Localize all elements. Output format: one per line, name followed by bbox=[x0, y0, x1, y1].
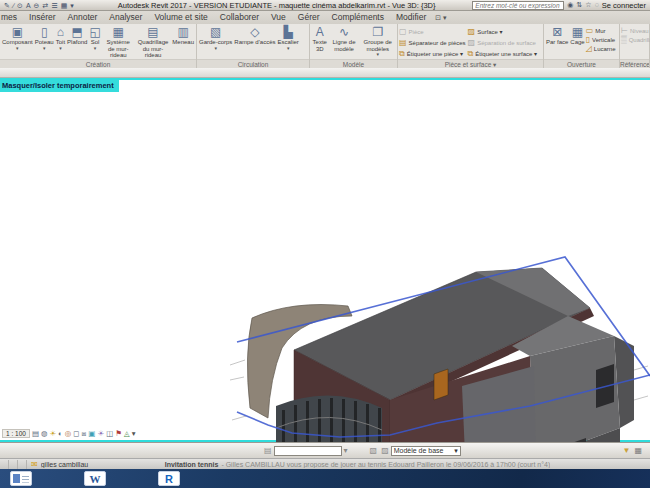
outlook-icon-pane bbox=[13, 474, 20, 483]
ribbon-button-pi-ce[interactable]: ▢Pièce bbox=[399, 26, 466, 37]
tab-analyser[interactable]: Analyser bbox=[103, 11, 148, 24]
text-icon[interactable]: A bbox=[26, 1, 31, 10]
modify-pencil-icon[interactable]: ✎ bbox=[4, 1, 10, 10]
tab-mes[interactable]: mes bbox=[0, 11, 23, 24]
search-icons: ◉⇅☆◌ bbox=[567, 1, 598, 9]
tab-modifier[interactable]: Modifier bbox=[390, 11, 432, 24]
outlook-icon-lines bbox=[22, 476, 29, 477]
ribbon-button-poteau[interactable]: ▯Poteau▾ bbox=[34, 25, 55, 59]
ribbon-button-verticale[interactable]: ▯Verticale bbox=[586, 36, 616, 44]
ribbon-button-garde-corps[interactable]: ▧Garde-corps▾ bbox=[198, 25, 233, 59]
taskbar: W R bbox=[0, 469, 650, 488]
crop-region-icon[interactable]: ⧈ bbox=[82, 429, 87, 438]
ribbon-button-plafond[interactable]: ⬒Plafond bbox=[66, 25, 88, 59]
status-bar: ▤ ▾ ▧ ▨ Modèle de base ▾ ▼▦ bbox=[0, 442, 650, 458]
sun-path-icon[interactable]: ☀ bbox=[50, 429, 57, 438]
ribbon-button-rampe-d-acc-s[interactable]: ◇Rampe d'accès bbox=[233, 25, 276, 59]
workset-dropdown-icon[interactable]: ▾ bbox=[344, 446, 348, 455]
sign-in-button[interactable]: Se connecter bbox=[602, 1, 646, 10]
ribbon-button-meneau[interactable]: ▥Meneau bbox=[171, 25, 195, 59]
dimension-icon[interactable]: ⊖ bbox=[34, 1, 40, 10]
ribbon-button-surface[interactable]: ▨Surface ▾ bbox=[468, 26, 537, 37]
account-icon[interactable]: ◌ bbox=[595, 1, 599, 9]
filter-icon[interactable]: ▼ bbox=[623, 446, 631, 455]
ribbon-button-cage[interactable]: ▦Cage bbox=[569, 25, 585, 59]
orange-window bbox=[434, 369, 448, 400]
qat-dropdown-icon[interactable]: ▾ bbox=[70, 1, 74, 10]
favorites-star-icon[interactable]: ☆ bbox=[585, 1, 591, 9]
ribbon-button-toit[interactable]: ⌂Toit▾ bbox=[55, 25, 66, 59]
drawing-area[interactable]: Masquer/Isoler temporairement bbox=[0, 78, 650, 442]
ribbon-button-quadrillage[interactable]: ▒Quadrillage bbox=[621, 36, 650, 44]
ribbon-tab-bar: mesInsérerAnnoterAnalyserVolume et siteC… bbox=[0, 11, 650, 24]
ribbon-group-label-ouverture: Ouverture bbox=[544, 59, 619, 68]
sheet-icon[interactable]: ▦ bbox=[61, 1, 68, 10]
ribbon-group-pi-ce-et-surface: ▢Pièce▤Séparateur de pièces⧉Étiqueter un… bbox=[398, 24, 544, 68]
ribbon-button-sol[interactable]: ◱Sol▾ bbox=[88, 25, 101, 59]
ribbon-button-mur[interactable]: ▭Mur bbox=[586, 27, 616, 35]
ribbon-button-texte-3d[interactable]: ATexte 3D bbox=[311, 25, 329, 59]
reveal-hidden-icon[interactable]: ☀ bbox=[97, 429, 104, 438]
word-taskbar-icon[interactable]: W bbox=[84, 471, 106, 486]
tab-compl-ments[interactable]: Compléments bbox=[326, 11, 390, 24]
vc-dropdown-icon[interactable]: ▾ bbox=[132, 429, 136, 438]
revit-icon-letter: R bbox=[165, 473, 173, 485]
view-scale-button[interactable]: 1 : 100 bbox=[2, 429, 30, 438]
constraints-icon[interactable]: ⚑ bbox=[115, 429, 122, 438]
ribbon-button-syst-me-de-mur-rideau[interactable]: ▦Système de mur-rideau bbox=[102, 25, 135, 59]
shadows-icon[interactable]: ◐ bbox=[58, 429, 63, 438]
ribbon-group-label-circulation: Circulation bbox=[197, 59, 309, 68]
revit-application-window: ✎∕⊙A⊖⇄☰▦▾ Autodesk Revit 2017 - VERSION … bbox=[0, 0, 650, 488]
ribbon-button-escalier[interactable]: ▙Escalier▾ bbox=[277, 25, 300, 59]
tab-annoter[interactable]: Annoter bbox=[62, 11, 104, 24]
worksharing-display-icon[interactable]: ◫ bbox=[106, 429, 113, 438]
temporary-hide-isolate-banner: Masquer/Isoler temporairement bbox=[0, 80, 119, 92]
search-input[interactable] bbox=[472, 1, 564, 10]
line-icon[interactable]: ∕ bbox=[13, 1, 14, 10]
crop-view-icon[interactable]: ◻ bbox=[73, 429, 79, 438]
detail-level-icon[interactable]: ▤ bbox=[32, 429, 39, 438]
ribbon-button-ligne-de-mod-le[interactable]: ∿Ligne de modèle bbox=[329, 25, 360, 59]
ribbon-lower-edge bbox=[0, 68, 650, 78]
section-icon[interactable]: ☰ bbox=[51, 1, 57, 10]
ribbon-group-label-mod-le: Modèle bbox=[310, 59, 397, 68]
ribbon-button-groupe-de-mod-les[interactable]: ❐Groupe de modèles▾ bbox=[360, 25, 396, 59]
email-message-preview: - Gilles CAMBILLAU vous propose de jouer… bbox=[221, 461, 550, 468]
ribbon-button-composant[interactable]: ▣Composant▾ bbox=[1, 25, 34, 59]
tab-ins-rer[interactable]: Insérer bbox=[23, 11, 61, 24]
rendering-icon[interactable]: ◎ bbox=[65, 429, 72, 438]
circle-icon[interactable]: ⊙ bbox=[17, 1, 23, 10]
tab-volume-et-site[interactable]: Volume et site bbox=[148, 11, 213, 24]
ribbon-group-label-r-f-rence: Référence bbox=[620, 59, 649, 68]
ribbon-button-tiqueter-une-pi-ce[interactable]: ⧉Étiqueter une pièce ▾ bbox=[399, 48, 466, 59]
visual-style-icon[interactable]: ◍ bbox=[41, 429, 48, 438]
exchange-icon[interactable]: ⇅ bbox=[576, 1, 582, 9]
inbox-column-cell bbox=[0, 460, 9, 469]
ribbon-button-s-parateur-de-pi-ces[interactable]: ▤Séparateur de pièces bbox=[399, 37, 466, 48]
revit-taskbar-icon[interactable]: R bbox=[158, 471, 180, 486]
email-notification-row[interactable]: ✉ gilles cambillau Invitation tennis - G… bbox=[0, 458, 650, 469]
tab-g-rer[interactable]: Gérer bbox=[292, 11, 326, 24]
swap-icon[interactable]: ⇄ bbox=[42, 1, 48, 10]
ribbon-button-s-paration-de-surface[interactable]: ▨Séparation de surface bbox=[468, 37, 537, 48]
search-binoculars-icon[interactable]: ◉ bbox=[567, 1, 573, 9]
ribbon-button-niveau[interactable]: ⊢Niveau bbox=[621, 27, 650, 35]
design-option-dropdown-icon[interactable]: ▾ bbox=[454, 447, 458, 455]
ribbon-button-par-face[interactable]: ⊠Par face bbox=[545, 25, 569, 59]
design-option-selector[interactable]: Modèle de base ▾ bbox=[391, 446, 461, 456]
selection-count-icon[interactable]: ▦ bbox=[634, 446, 642, 455]
ribbon-display-toggle-icon[interactable]: ⊡ ▾ bbox=[432, 14, 449, 24]
ribbon-group-circulation: ▧Garde-corps▾◇Rampe d'accès▙Escalier▾Cir… bbox=[197, 24, 310, 68]
analytical-icon[interactable]: ◬ bbox=[124, 429, 130, 438]
ribbon-group-cr-ation: ▣Composant▾▯Poteau▾⌂Toit▾⬒Plafond◱Sol▾▦S… bbox=[0, 24, 197, 68]
tab-collaborer[interactable]: Collaborer bbox=[214, 11, 265, 24]
workset-selector[interactable] bbox=[274, 446, 342, 456]
tab-vue[interactable]: Vue bbox=[265, 11, 292, 24]
ribbon-group-label-pi-ce-et-surface[interactable]: Pièce et surface ▾ bbox=[398, 59, 543, 68]
ribbon-button-tiqueter-une-surface[interactable]: ⧉Étiqueter une surface ▾ bbox=[468, 48, 537, 59]
ribbon-button-lucarne[interactable]: ◿Lucarne bbox=[586, 45, 616, 53]
selection-filter-icons: ▼▦ bbox=[623, 446, 650, 455]
ribbon-button-quadrillage-du-mur-rideau[interactable]: ▤Quadrillage du mur-rideau bbox=[135, 25, 172, 59]
temporary-hide-isolate-icon[interactable]: ▣ bbox=[88, 429, 95, 438]
outlook-taskbar-icon[interactable] bbox=[10, 471, 32, 486]
